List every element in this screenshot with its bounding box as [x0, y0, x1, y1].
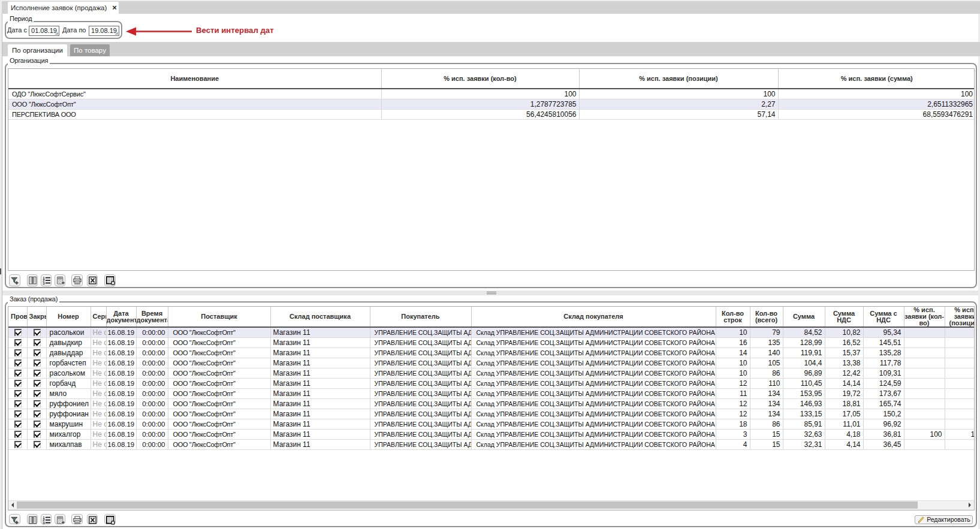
- svg-text:3: 3: [43, 521, 45, 525]
- svg-text:3: 3: [43, 282, 45, 285]
